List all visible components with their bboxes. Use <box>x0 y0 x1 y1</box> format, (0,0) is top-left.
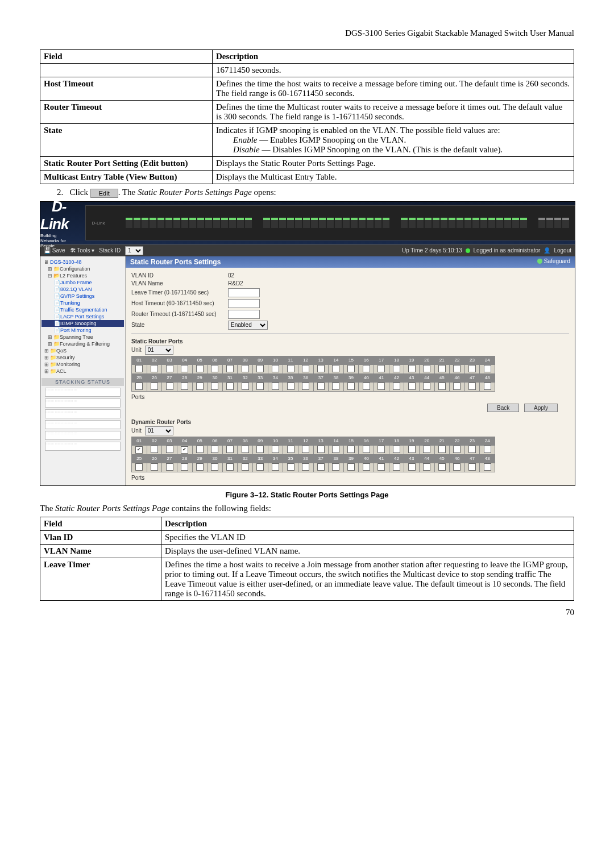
port-checkbox-13[interactable] <box>317 365 325 372</box>
tree-root[interactable]: 🖥DGS-3100-48 <box>42 259 124 265</box>
unit-select-1[interactable]: 01 <box>145 346 173 355</box>
port-checkbox-37[interactable] <box>317 463 325 471</box>
tree-igmp[interactable]: 📄IGMP Snooping <box>42 320 124 327</box>
port-checkbox-19[interactable] <box>408 365 416 372</box>
tree-portmirror[interactable]: 📄Port Mirroring <box>42 327 124 334</box>
port-checkbox-38[interactable] <box>332 383 339 390</box>
port-checkbox-08[interactable] <box>242 365 249 372</box>
port-checkbox-09[interactable] <box>256 446 264 453</box>
apply-button[interactable]: Apply <box>524 404 558 412</box>
port-checkbox-23[interactable] <box>468 365 476 372</box>
port-checkbox-35[interactable] <box>287 463 294 471</box>
port-checkbox-27[interactable] <box>166 383 173 390</box>
port-checkbox-11[interactable] <box>287 446 294 453</box>
port-checkbox-14[interactable] <box>332 446 339 453</box>
port-checkbox-03[interactable] <box>166 446 173 453</box>
port-checkbox-18[interactable] <box>393 446 400 453</box>
tree-dot1q[interactable]: 📄802.1Q VLAN <box>42 286 124 293</box>
port-checkbox-23[interactable] <box>468 446 476 453</box>
port-checkbox-12[interactable] <box>302 365 309 372</box>
host-input[interactable] <box>228 299 260 308</box>
port-checkbox-45[interactable] <box>438 463 446 471</box>
port-checkbox-28[interactable] <box>181 383 188 390</box>
port-checkbox-04[interactable] <box>181 365 188 372</box>
port-checkbox-16[interactable] <box>363 365 370 372</box>
port-checkbox-32[interactable] <box>242 383 249 390</box>
port-checkbox-36[interactable] <box>302 383 309 390</box>
port-checkbox-09[interactable] <box>256 365 264 372</box>
router-input[interactable] <box>228 310 260 319</box>
port-checkbox-41[interactable] <box>377 383 385 390</box>
port-checkbox-44[interactable] <box>423 463 430 471</box>
port-checkbox-19[interactable] <box>408 446 416 453</box>
port-checkbox-07[interactable] <box>226 365 234 372</box>
tools-menu[interactable]: 🛠 Tools ▾ <box>70 247 95 254</box>
port-checkbox-27[interactable] <box>166 463 173 471</box>
port-checkbox-13[interactable] <box>317 446 325 453</box>
port-checkbox-28[interactable] <box>181 463 188 471</box>
port-checkbox-05[interactable] <box>196 365 204 372</box>
port-checkbox-12[interactable] <box>302 446 309 453</box>
port-checkbox-10[interactable] <box>272 365 279 372</box>
port-checkbox-40[interactable] <box>363 463 370 471</box>
edit-button[interactable]: Edit <box>90 189 118 198</box>
tree-trunking[interactable]: 📄Trunking <box>42 300 124 306</box>
port-checkbox-01[interactable] <box>135 446 143 454</box>
port-checkbox-02[interactable] <box>151 446 158 453</box>
tree-fwdfilter[interactable]: ⊞📁Forwarding & Filtering <box>42 340 124 347</box>
tree-lacp[interactable]: 📄LACP Port Settings <box>42 313 124 320</box>
port-checkbox-26[interactable] <box>151 463 158 471</box>
unit-select-2[interactable]: 01 <box>145 426 173 435</box>
port-checkbox-21[interactable] <box>438 365 446 372</box>
port-checkbox-07[interactable] <box>226 446 234 453</box>
port-checkbox-22[interactable] <box>453 365 460 372</box>
port-checkbox-06[interactable] <box>211 446 218 453</box>
port-checkbox-39[interactable] <box>347 463 355 471</box>
port-checkbox-15[interactable] <box>347 365 355 372</box>
port-checkbox-30[interactable] <box>211 383 218 390</box>
port-checkbox-10[interactable] <box>272 446 279 453</box>
port-checkbox-34[interactable] <box>272 463 279 471</box>
port-checkbox-45[interactable] <box>438 383 446 390</box>
port-checkbox-33[interactable] <box>256 463 264 471</box>
port-checkbox-21[interactable] <box>438 446 446 453</box>
port-checkbox-31[interactable] <box>226 463 234 471</box>
tree-monitoring[interactable]: ⊞📁Monitoring <box>42 361 124 368</box>
port-checkbox-48[interactable] <box>484 383 491 390</box>
back-button[interactable]: Back <box>487 404 519 412</box>
save-menu[interactable]: 💾 Save <box>44 247 65 254</box>
port-checkbox-18[interactable] <box>393 365 400 372</box>
port-checkbox-33[interactable] <box>256 383 264 390</box>
port-checkbox-47[interactable] <box>468 383 476 390</box>
port-checkbox-15[interactable] <box>347 446 355 453</box>
port-checkbox-47[interactable] <box>468 463 476 471</box>
port-checkbox-17[interactable] <box>377 446 385 453</box>
port-checkbox-37[interactable] <box>317 383 325 390</box>
port-checkbox-29[interactable] <box>196 383 204 390</box>
port-checkbox-01[interactable] <box>135 365 143 372</box>
port-checkbox-02[interactable] <box>151 365 158 372</box>
port-checkbox-17[interactable] <box>377 365 385 372</box>
port-checkbox-46[interactable] <box>453 383 460 390</box>
port-checkbox-20[interactable] <box>423 365 430 372</box>
port-checkbox-16[interactable] <box>363 446 370 453</box>
tree-acl[interactable]: ⊞📁ACL <box>42 368 124 375</box>
port-checkbox-43[interactable] <box>408 383 416 390</box>
tree-jumbo[interactable]: 📄Jumbo Frame <box>42 279 124 286</box>
port-checkbox-30[interactable] <box>211 463 218 471</box>
port-checkbox-11[interactable] <box>287 365 294 372</box>
stackid-select[interactable]: 1 <box>125 246 143 255</box>
tree-security[interactable]: ⊞📁Security <box>42 354 124 361</box>
port-checkbox-42[interactable] <box>393 463 400 471</box>
tree-gvrp[interactable]: 📄GVRP Settings <box>42 293 124 300</box>
leave-input[interactable] <box>228 288 260 297</box>
port-checkbox-40[interactable] <box>363 383 370 390</box>
port-checkbox-08[interactable] <box>242 446 249 453</box>
port-checkbox-42[interactable] <box>393 383 400 390</box>
port-checkbox-26[interactable] <box>151 383 158 390</box>
port-checkbox-24[interactable] <box>484 446 491 453</box>
port-checkbox-43[interactable] <box>408 463 416 471</box>
port-checkbox-05[interactable] <box>196 446 204 453</box>
port-checkbox-46[interactable] <box>453 463 460 471</box>
port-checkbox-20[interactable] <box>423 446 430 453</box>
